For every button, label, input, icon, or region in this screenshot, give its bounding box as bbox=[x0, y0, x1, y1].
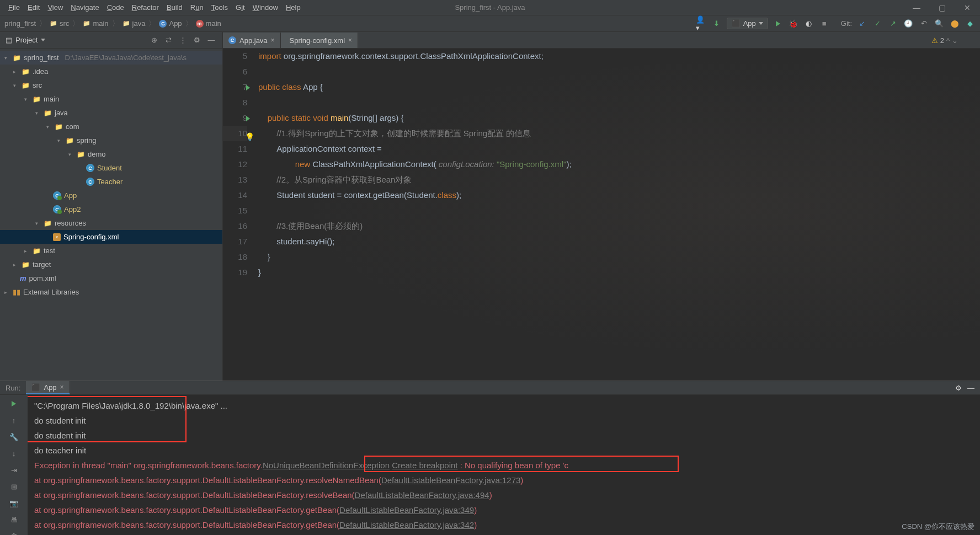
crumb-app[interactable]: App bbox=[169, 19, 182, 28]
menu-edit[interactable]: Edit bbox=[24, 3, 44, 12]
hide-icon[interactable]: — bbox=[206, 35, 217, 46]
crumb-java[interactable]: java bbox=[132, 19, 146, 28]
xml-icon bbox=[53, 233, 61, 241]
breadcrumbs[interactable]: pring_first〉 src〉 main〉 java〉 App〉 main bbox=[4, 19, 221, 29]
run-tab-app[interactable]: ⬛App× bbox=[26, 381, 70, 394]
git-label: Git: bbox=[841, 19, 852, 28]
menu-view[interactable]: View bbox=[44, 3, 67, 12]
tab-spring-config[interactable]: Spring-config.xml× bbox=[281, 33, 358, 48]
window-minimize[interactable]: — bbox=[904, 0, 929, 15]
git-commit-icon[interactable]: ✓ bbox=[872, 18, 883, 29]
stacktrace-link[interactable]: DefaultListableBeanFactory.java:1273 bbox=[381, 475, 520, 485]
folder-icon bbox=[13, 54, 21, 62]
crumb-src[interactable]: src bbox=[60, 19, 69, 28]
build-icon[interactable]: ⬇ bbox=[711, 18, 722, 29]
git-pull-icon[interactable]: ↙ bbox=[856, 18, 867, 29]
rerun-icon[interactable] bbox=[8, 398, 19, 409]
menu-run[interactable]: Run bbox=[187, 3, 207, 12]
ide-update-icon[interactable]: ⬤ bbox=[949, 18, 960, 29]
package-icon bbox=[77, 150, 85, 158]
menu-file[interactable]: File bbox=[4, 3, 24, 12]
close-icon[interactable]: × bbox=[60, 383, 64, 391]
menu-build[interactable]: Build bbox=[163, 3, 187, 12]
expand-icon[interactable]: ⇄ bbox=[163, 35, 174, 46]
menu-help[interactable]: Help bbox=[282, 3, 305, 12]
window-maximize[interactable]: ▢ bbox=[929, 0, 955, 15]
run-settings-icon[interactable]: ⚙ bbox=[955, 384, 962, 392]
collapse-icon[interactable]: ⋮ bbox=[177, 35, 188, 46]
watermark: CSDN @你不应该热爱 bbox=[902, 522, 974, 532]
git-revert-icon[interactable]: ↶ bbox=[918, 18, 929, 29]
run-config-name: App bbox=[743, 19, 756, 28]
run-button[interactable] bbox=[773, 18, 784, 29]
search-icon[interactable]: 🔍 bbox=[934, 18, 945, 29]
exception-link[interactable]: NoUniqueBeanDefinitionException bbox=[263, 461, 390, 470]
folder-icon bbox=[83, 20, 90, 28]
package-icon bbox=[55, 122, 63, 131]
project-tool-window: ▤ Project ⊕ ⇄ ⋮ ⚙ — ▾spring_firstD:\Java… bbox=[0, 32, 223, 381]
class-icon bbox=[228, 36, 236, 44]
wrench-icon[interactable]: 🔧 bbox=[8, 431, 19, 442]
stacktrace-link[interactable]: DefaultListableBeanFactory.java:494 bbox=[355, 490, 489, 500]
menu-bar: File Edit View Navigate Code Refactor Bu… bbox=[0, 0, 980, 15]
menu-code[interactable]: Code bbox=[103, 3, 128, 12]
resources-icon bbox=[44, 219, 52, 227]
close-icon[interactable]: × bbox=[348, 36, 352, 44]
coverage-button[interactable]: ◐ bbox=[803, 18, 814, 29]
window-close[interactable]: ✕ bbox=[955, 0, 980, 15]
camera-icon[interactable]: 📷 bbox=[8, 497, 19, 509]
debug-button[interactable]: 🐞 bbox=[788, 18, 799, 29]
project-panel-title: Project bbox=[15, 36, 38, 44]
package-icon bbox=[66, 136, 74, 145]
add-user-icon[interactable]: 👤▾ bbox=[696, 18, 707, 29]
folder-icon bbox=[22, 67, 30, 76]
menu-navigate[interactable]: Navigate bbox=[67, 3, 103, 12]
project-view-dropdown[interactable] bbox=[41, 39, 45, 41]
inspection-badge[interactable]: ⚠2^⌄ bbox=[931, 36, 958, 45]
run-gutter-icon[interactable] bbox=[246, 116, 250, 121]
crumb-project[interactable]: pring_first bbox=[4, 19, 36, 28]
trash-icon[interactable]: 🗑 bbox=[8, 531, 19, 535]
project-panel-icon: ▤ bbox=[6, 36, 12, 44]
code-editor[interactable]: 5 6 7 8 9 10💡 11 12 13 14 15 16 17 18 19… bbox=[223, 49, 980, 381]
folder-icon bbox=[22, 81, 30, 89]
run-config-selector[interactable]: ⬛App bbox=[727, 18, 768, 29]
down-icon[interactable]: ↓ bbox=[8, 448, 19, 459]
navigation-bar: pring_first〉 src〉 main〉 java〉 App〉 main … bbox=[0, 15, 980, 32]
create-breakpoint-link[interactable]: Create breakpoint bbox=[392, 461, 457, 470]
class-runnable-icon: C bbox=[53, 205, 61, 213]
folder-icon bbox=[33, 247, 41, 255]
close-icon[interactable]: × bbox=[271, 36, 275, 44]
folder-icon bbox=[22, 260, 30, 269]
git-history-icon[interactable]: 🕘 bbox=[903, 18, 914, 29]
git-push-icon[interactable]: ↗ bbox=[887, 18, 898, 29]
menu-window[interactable]: Window bbox=[249, 3, 282, 12]
stacktrace-link[interactable]: DefaultListableBeanFactory.java:342 bbox=[339, 520, 474, 529]
stop-button[interactable]: ■ bbox=[819, 18, 830, 29]
folder-icon bbox=[50, 20, 57, 28]
method-icon bbox=[196, 20, 204, 28]
run-gutter-icon[interactable] bbox=[246, 85, 250, 90]
folder-icon bbox=[122, 20, 130, 28]
up-icon[interactable]: ↑ bbox=[8, 415, 19, 426]
menu-tools[interactable]: Tools bbox=[207, 3, 232, 12]
class-runnable-icon: C bbox=[53, 191, 61, 200]
stacktrace-link[interactable]: DefaultListableBeanFactory.java:349 bbox=[339, 505, 474, 515]
crumb-main[interactable]: main bbox=[93, 19, 108, 28]
locate-icon[interactable]: ⊕ bbox=[148, 35, 159, 46]
run-label: Run: bbox=[6, 384, 20, 392]
tree-item-spring-config[interactable]: Spring-config.xml bbox=[0, 230, 222, 244]
menu-refactor[interactable]: Refactor bbox=[128, 3, 163, 12]
folder-icon bbox=[33, 95, 41, 103]
layout-icon[interactable]: ⊞ bbox=[8, 481, 19, 492]
project-tree[interactable]: ▾spring_firstD:\JavaEE\JavaJava\Code\tes… bbox=[0, 49, 222, 381]
menu-git[interactable]: Git bbox=[232, 3, 249, 12]
print-icon[interactable]: 🖶 bbox=[8, 514, 19, 525]
settings-icon[interactable]: ⚙ bbox=[191, 35, 203, 46]
scroll-icon[interactable]: ⇥ bbox=[8, 464, 19, 475]
crumb-method[interactable]: main bbox=[206, 19, 221, 28]
console-output[interactable]: "C:\Program Files\Java\jdk1.8.0_192\bin\… bbox=[28, 395, 980, 535]
plugin-icon[interactable]: ◆ bbox=[965, 18, 976, 29]
tab-app-java[interactable]: App.java× bbox=[223, 33, 281, 48]
run-hide-icon[interactable]: — bbox=[967, 384, 974, 392]
